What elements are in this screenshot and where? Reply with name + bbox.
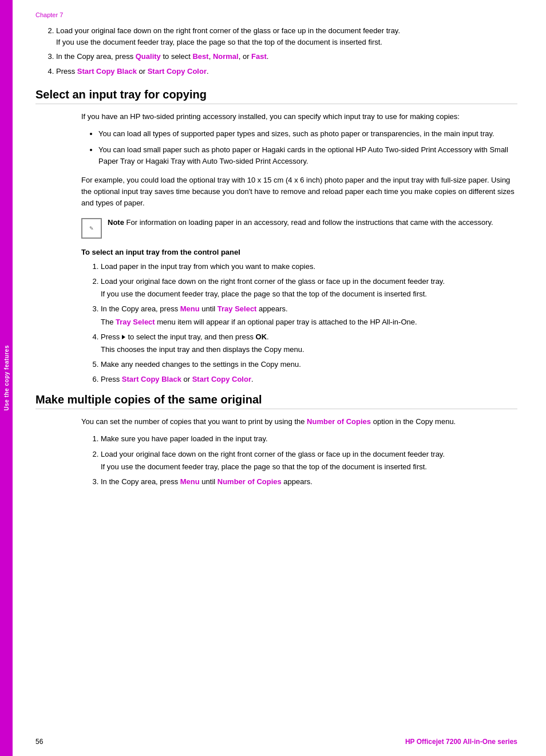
bullet-item-2: You can load small paper such as photo p… bbox=[98, 144, 517, 167]
menu-label-2: Menu bbox=[180, 477, 200, 486]
step-1-6: Press Start Copy Black or Start Copy Col… bbox=[101, 374, 517, 385]
step-2-3: In the Copy area, press Menu until Numbe… bbox=[101, 476, 517, 488]
start-copy-black-label: Start Copy Black bbox=[77, 67, 137, 76]
section1-steps: Load paper in the input tray from which … bbox=[90, 261, 517, 385]
intro-list-item-4: Press Start Copy Black or Start Copy Col… bbox=[56, 66, 517, 77]
fast-label: Fast bbox=[251, 52, 267, 61]
note-box: ✎ Note For information on loading paper … bbox=[81, 217, 517, 239]
section2-intro: You can set the number of copies that yo… bbox=[81, 416, 517, 428]
ok-label: OK bbox=[256, 333, 267, 341]
intro-list: Load your original face down on the righ… bbox=[47, 25, 517, 77]
step-1-4-sub: This chooses the input tray and then dis… bbox=[101, 344, 517, 355]
noc-label: Number of Copies bbox=[217, 477, 282, 486]
page-footer: 56 HP Officejet 7200 All-in-One series bbox=[35, 738, 517, 746]
note-body: For information on loading paper in an a… bbox=[126, 218, 493, 227]
start-copy-color-label: Start Copy Color bbox=[148, 67, 207, 76]
example-para: For example, you could load the optional… bbox=[81, 175, 517, 209]
note-label: Note bbox=[108, 218, 124, 227]
page-number: 56 bbox=[35, 738, 43, 746]
tray-select-label-1: Tray Select bbox=[217, 304, 257, 313]
section2-heading: Make multiple copies of the same origina… bbox=[35, 393, 517, 409]
intro-list-item-2: Load your original face down on the righ… bbox=[56, 25, 517, 48]
note-icon: ✎ bbox=[81, 218, 102, 239]
section1-intro: If you have an HP two-sided printing acc… bbox=[81, 111, 517, 122]
chapter-header: Chapter 7 bbox=[35, 11, 517, 18]
arrow-icon bbox=[122, 335, 125, 339]
note-text: Note For information on loading paper in… bbox=[108, 217, 493, 228]
step-1-5: Make any needed changes to the settings … bbox=[101, 359, 517, 370]
sidebar-tab: Use the copy features bbox=[0, 0, 13, 756]
start-color-label-2: Start Copy Color bbox=[192, 375, 251, 383]
quality-label: Quality bbox=[136, 52, 161, 61]
step-1-4: Press to select the input tray, and then… bbox=[101, 331, 517, 355]
subheading: To select an input tray from the control… bbox=[81, 248, 517, 256]
intro-list-item-3: In the Copy area, press Quality to selec… bbox=[56, 51, 517, 62]
step-2-1: Make sure you have paper loaded in the i… bbox=[101, 433, 517, 445]
start-black-label-2: Start Copy Black bbox=[122, 375, 181, 383]
step-1-2: Load your original face down on the righ… bbox=[101, 276, 517, 300]
number-of-copies-label: Number of Copies bbox=[307, 417, 371, 426]
section1-bullets: You can load all types of supported pape… bbox=[98, 128, 517, 167]
normal-label: Normal bbox=[213, 52, 239, 61]
menu-label-1: Menu bbox=[180, 304, 200, 313]
step-1-3: In the Copy area, press Menu until Tray … bbox=[101, 303, 517, 327]
section2-steps: Make sure you have paper loaded in the i… bbox=[90, 433, 517, 488]
product-name: HP Officejet 7200 All-in-One series bbox=[405, 738, 517, 746]
tray-select-label-2: Tray Select bbox=[116, 318, 155, 326]
bullet-item-1: You can load all types of supported pape… bbox=[98, 128, 517, 140]
main-content: Chapter 7 Load your original face down o… bbox=[13, 0, 546, 756]
step-2-2: Load your original face down on the righ… bbox=[101, 449, 517, 473]
step-1-1: Load paper in the input tray from which … bbox=[101, 261, 517, 272]
sidebar-tab-label: Use the copy features bbox=[3, 345, 10, 410]
section1-heading: Select an input tray for copying bbox=[35, 88, 517, 104]
best-label: Best bbox=[192, 52, 208, 61]
